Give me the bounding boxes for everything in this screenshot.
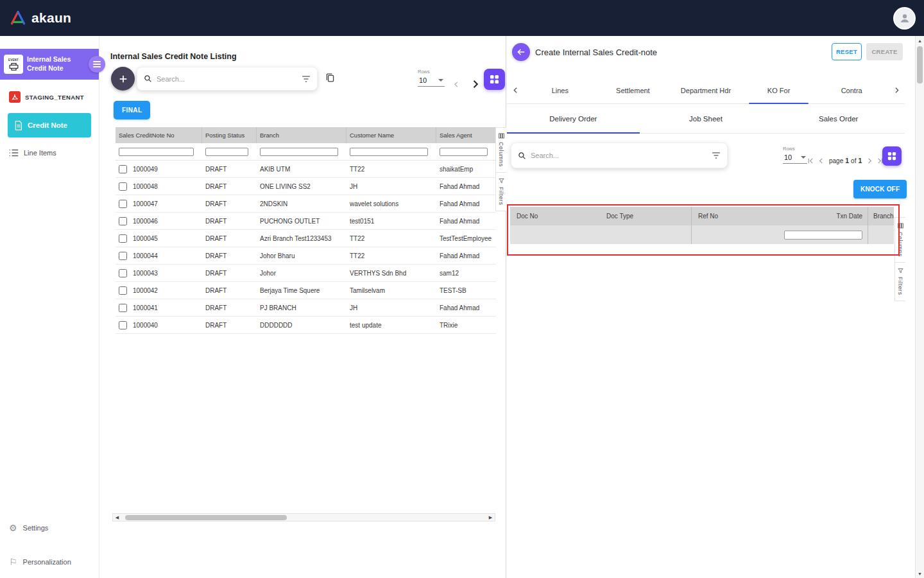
filter-input-branch[interactable]: [260, 148, 338, 156]
row-checkbox[interactable]: [119, 269, 127, 277]
next-page-button[interactable]: [866, 157, 873, 164]
cell-branch: Johor: [257, 270, 346, 277]
column-header-credit-note-no[interactable]: Sales CreditNote No: [116, 127, 202, 143]
brand-logo: akaun: [10, 10, 71, 26]
filters-side-tab[interactable]: Filters: [894, 263, 905, 301]
table-row[interactable]: 1000042 DRAFT Berjaya Time Squere Tamils…: [116, 282, 496, 299]
table-row[interactable]: 1000040 DRAFT DDDDDDD test update TRixie: [116, 317, 496, 334]
column-header-txn-date[interactable]: Txn Date: [787, 207, 868, 225]
scrollbar-thumb[interactable]: [125, 515, 287, 520]
table-row[interactable]: 1000041 DRAFT PJ BRANCH JH Fahad Ahmad: [116, 299, 496, 317]
filter-input-customer-name[interactable]: [350, 148, 428, 156]
column-header-branch[interactable]: Branch: [868, 207, 894, 225]
listing-search-input[interactable]: [157, 75, 297, 83]
filter-input-credit-note-no[interactable]: [119, 148, 194, 156]
scroll-left-arrow[interactable]: ◀: [113, 514, 121, 521]
filter-list-icon[interactable]: [712, 152, 721, 159]
row-checkbox[interactable]: [119, 304, 127, 312]
subtab-sales-order[interactable]: Sales Order: [772, 104, 905, 133]
knockoff-search-input[interactable]: [531, 152, 707, 159]
create-button[interactable]: CREATE: [866, 43, 903, 60]
user-avatar[interactable]: [894, 8, 914, 28]
tabs-scroll-right-button[interactable]: [888, 77, 905, 103]
back-button[interactable]: [512, 43, 530, 61]
module-header[interactable]: EVENT Internal Sales Credit Note: [0, 49, 99, 80]
tab-settlement[interactable]: Settlement: [597, 77, 670, 103]
table-row[interactable]: 1000047 DRAFT 2NDSKIN wavelet solutions …: [116, 195, 496, 213]
chevron-left-icon: [511, 86, 520, 94]
subtab-job-sheet[interactable]: Job Sheet: [640, 104, 773, 133]
listing-next-page-button[interactable]: [469, 78, 481, 90]
table-row[interactable]: 1000049 DRAFT AKIB UTM TT22 shaikatEmp: [116, 161, 496, 178]
tab-contra[interactable]: Contra: [815, 77, 888, 103]
apps-grid-button[interactable]: [484, 69, 505, 90]
add-credit-note-button[interactable]: [111, 67, 135, 91]
apps-grid-button[interactable]: [882, 146, 902, 166]
table-row[interactable]: 1000043 DRAFT Johor VERTHYS Sdn Bhd sam1…: [116, 265, 496, 282]
tabs-scroll-left-button[interactable]: [507, 77, 524, 103]
scrollbar-thumb[interactable]: [917, 46, 923, 83]
scroll-right-arrow[interactable]: ▶: [486, 514, 495, 521]
filters-side-tab[interactable]: Filters: [495, 173, 506, 211]
rows-per-page-select[interactable]: 10: [418, 76, 445, 87]
scrollbar-track[interactable]: [121, 514, 486, 521]
prev-page-button[interactable]: [817, 157, 825, 164]
row-checkbox[interactable]: [119, 321, 127, 329]
listing-prev-page-button[interactable]: [452, 80, 461, 89]
row-checkbox[interactable]: [119, 252, 127, 260]
sidebar-item-label: Personalization: [23, 558, 71, 566]
filter-input-sales-agent[interactable]: [440, 148, 488, 156]
rows-per-page-select[interactable]: 10: [783, 153, 807, 164]
filter-input-txn-date[interactable]: [784, 231, 862, 240]
sidebar-item-credit-note[interactable]: Credit Note: [8, 113, 91, 137]
duplicate-icon[interactable]: [325, 73, 335, 83]
subtab-delivery-order[interactable]: Delivery Order: [507, 104, 640, 133]
page-word: page: [829, 157, 843, 164]
cell-posting-status: DRAFT: [202, 235, 257, 242]
columns-side-tab[interactable]: Columns: [894, 217, 905, 263]
module-menu-button[interactable]: [89, 56, 105, 73]
row-checkbox[interactable]: [119, 234, 127, 243]
cell-credit-note-no: 1000049: [133, 166, 158, 173]
table-row[interactable]: 1000044 DRAFT Johor Bharu TT22 Fahad Ahm…: [116, 247, 496, 265]
filter-input-posting-status[interactable]: [205, 148, 248, 156]
scroll-up-arrow[interactable]: ▲: [916, 36, 924, 45]
tab-ko-for[interactable]: KO For: [742, 77, 816, 103]
sidebar-item-settings[interactable]: ⚙ Settings: [0, 520, 99, 536]
tab-lines[interactable]: Lines: [524, 77, 597, 103]
sidebar-item-personalization[interactable]: ⚐ Personalization: [0, 554, 99, 570]
module-badge: EVENT: [8, 58, 19, 62]
tab-department-hdr[interactable]: Department Hdr: [669, 77, 742, 103]
table-row[interactable]: 1000045 DRAFT Azri Branch Test1233453 TT…: [116, 230, 496, 247]
column-header-doc-type[interactable]: Doc Type: [600, 207, 691, 225]
scrollbar-track[interactable]: [916, 45, 924, 569]
chevron-right-icon: [893, 86, 901, 94]
row-checkbox[interactable]: [119, 217, 127, 225]
final-filter-button[interactable]: FINAL: [114, 101, 150, 119]
chevron-left-icon: [452, 80, 461, 89]
first-page-button[interactable]: [807, 157, 814, 164]
cell-posting-status: DRAFT: [202, 304, 257, 311]
sidebar-item-line-items[interactable]: Line Items: [9, 149, 99, 157]
tenant-row[interactable]: STAGING_TENANT: [9, 91, 99, 103]
table-row[interactable]: 1000048 DRAFT ONE LIVING SS2 JH Fahad Ah…: [116, 178, 496, 195]
column-header-branch[interactable]: Branch: [257, 127, 346, 143]
knock-off-button[interactable]: KNOCK OFF: [853, 180, 907, 198]
cell-customer-name: JH: [346, 183, 436, 190]
scroll-down-arrow[interactable]: ▼: [916, 569, 924, 578]
row-checkbox[interactable]: [119, 165, 127, 173]
row-checkbox[interactable]: [119, 200, 127, 208]
column-header-ref-no[interactable]: Ref No: [691, 207, 787, 225]
row-checkbox[interactable]: [119, 286, 127, 295]
filter-list-icon[interactable]: [302, 75, 311, 83]
reset-button[interactable]: RESET: [832, 43, 862, 60]
columns-side-tab[interactable]: Columns: [495, 127, 506, 173]
column-header-posting-status[interactable]: Posting Status: [202, 127, 257, 143]
row-checkbox[interactable]: [119, 182, 127, 191]
column-header-customer-name[interactable]: Customer Name: [346, 127, 436, 143]
column-header-sales-agent[interactable]: Sales Agent: [436, 127, 496, 143]
table-row[interactable]: 1000046 DRAFT PUCHONG OUTLET test0151 Fa…: [116, 213, 496, 230]
column-header-doc-no[interactable]: Doc No: [510, 213, 600, 220]
cell-sales-agent: TestTestEmployee: [436, 235, 496, 242]
table-header-row: Sales CreditNote No Posting Status Branc…: [116, 127, 496, 143]
